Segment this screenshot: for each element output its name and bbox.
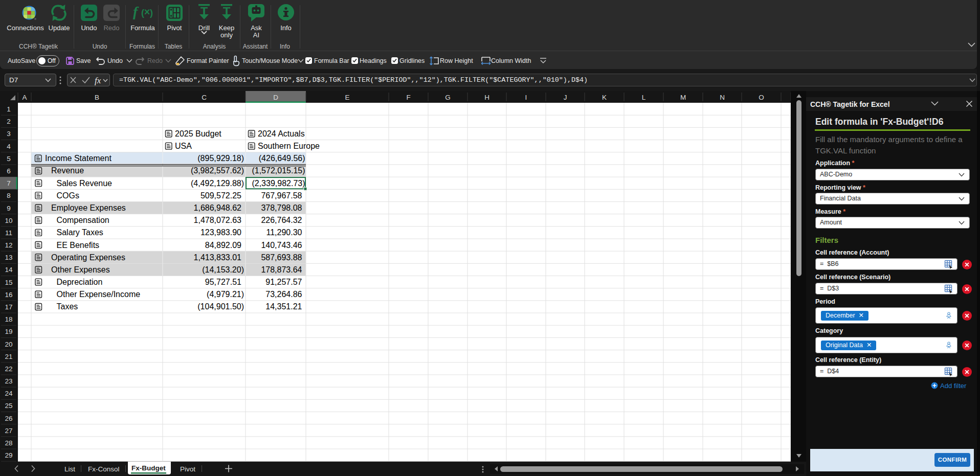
svg-text:(895,929.18): (895,929.18) <box>197 154 244 163</box>
svg-text:178,873.64: 178,873.64 <box>261 265 302 274</box>
svg-text:L: L <box>642 94 646 101</box>
svg-text:21: 21 <box>5 353 12 360</box>
svg-text:22: 22 <box>5 365 12 373</box>
svg-text:Pivot: Pivot <box>180 465 195 473</box>
svg-text:27: 27 <box>5 427 12 435</box>
svg-text:G: G <box>445 94 451 101</box>
svg-text:20: 20 <box>5 341 12 348</box>
svg-text:COGs: COGs <box>57 191 79 200</box>
svg-text:14,351.21: 14,351.21 <box>265 302 302 311</box>
svg-text:19: 19 <box>5 328 12 335</box>
svg-text:(2,339,982.73): (2,339,982.73) <box>252 179 305 188</box>
svg-text:12: 12 <box>5 241 12 249</box>
svg-text:(3,982,557.62): (3,982,557.62) <box>191 166 244 175</box>
svg-text:(426,649.56): (426,649.56) <box>259 154 305 163</box>
svg-text:Other Expense/Income: Other Expense/Income <box>57 290 141 299</box>
svg-text:1,478,072.63: 1,478,072.63 <box>194 216 242 224</box>
svg-text:Fx-Budget: Fx-Budget <box>131 464 166 472</box>
svg-text:767,967.58: 767,967.58 <box>261 191 302 200</box>
svg-text:5: 5 <box>7 155 11 163</box>
svg-text:84,892.09: 84,892.09 <box>205 241 241 250</box>
svg-text:Sales Revenue: Sales Revenue <box>57 179 113 188</box>
svg-text:M: M <box>680 94 686 101</box>
svg-text:Taxes: Taxes <box>57 302 78 311</box>
svg-text:E: E <box>345 94 349 101</box>
svg-text:): ) <box>150 8 153 18</box>
svg-text:(: ( <box>141 8 144 18</box>
svg-text:K: K <box>602 94 607 101</box>
svg-text:F: F <box>406 94 410 101</box>
svg-text:8: 8 <box>7 192 11 199</box>
svg-text:2025 Budget: 2025 Budget <box>175 129 221 138</box>
svg-text:Southern Europe: Southern Europe <box>258 142 320 150</box>
svg-text:123,983.90: 123,983.90 <box>201 228 241 237</box>
svg-text:2024 Actuals: 2024 Actuals <box>258 129 305 138</box>
svg-text:A: A <box>22 94 27 101</box>
svg-text:7: 7 <box>7 179 11 187</box>
svg-text:2: 2 <box>7 118 11 125</box>
svg-text:C: C <box>202 94 207 101</box>
svg-text:(104,901.50): (104,901.50) <box>197 302 244 311</box>
svg-text:I: I <box>525 94 527 101</box>
svg-text:17: 17 <box>5 303 12 311</box>
svg-text:226,764.32: 226,764.32 <box>261 216 302 224</box>
svg-text:25: 25 <box>5 402 12 410</box>
svg-text:1,413,833.01: 1,413,833.01 <box>194 253 242 262</box>
svg-text:fx: fx <box>95 76 101 85</box>
svg-text:140,743.46: 140,743.46 <box>261 241 302 250</box>
svg-text:29: 29 <box>5 451 12 459</box>
svg-text:11: 11 <box>5 229 12 237</box>
svg-text:6: 6 <box>7 167 11 175</box>
svg-text:(4,492,129.88): (4,492,129.88) <box>191 179 244 188</box>
svg-text:378,798.08: 378,798.08 <box>261 203 302 212</box>
svg-text:Employee Expenses: Employee Expenses <box>51 203 126 212</box>
svg-text:11,290.30: 11,290.30 <box>266 228 302 237</box>
svg-text:USA: USA <box>175 142 192 150</box>
svg-text:O: O <box>759 94 764 101</box>
svg-text:EE Benefits: EE Benefits <box>57 241 100 250</box>
svg-text:(14,153.20): (14,153.20) <box>202 265 244 274</box>
svg-text:Operating Expenses: Operating Expenses <box>51 253 125 262</box>
svg-text:26: 26 <box>5 415 12 422</box>
svg-text:73,264.86: 73,264.86 <box>265 290 302 299</box>
svg-text:23: 23 <box>5 377 12 385</box>
svg-text:16: 16 <box>5 291 12 299</box>
svg-text:J: J <box>564 94 567 101</box>
svg-text:List: List <box>64 465 75 473</box>
svg-text:13: 13 <box>5 254 12 261</box>
svg-text:15: 15 <box>5 279 12 286</box>
svg-text:Revenue: Revenue <box>51 166 84 175</box>
svg-text:24: 24 <box>5 390 13 397</box>
svg-text:B: B <box>95 94 99 101</box>
svg-text:509,572.25: 509,572.25 <box>201 191 241 200</box>
svg-text:f: f <box>133 4 139 19</box>
svg-text:Fx-Consol: Fx-Consol <box>88 465 120 473</box>
svg-text:95,727.51: 95,727.51 <box>205 278 241 286</box>
svg-text:1,686,948.62: 1,686,948.62 <box>194 203 242 212</box>
svg-text:H: H <box>484 94 489 101</box>
svg-text:D: D <box>273 94 278 101</box>
svg-text:Other Expenses: Other Expenses <box>51 265 110 274</box>
svg-text:14: 14 <box>5 266 13 274</box>
svg-text:Depreciation: Depreciation <box>57 278 103 286</box>
svg-text:9: 9 <box>7 205 11 212</box>
svg-text:(4,979.21): (4,979.21) <box>207 290 244 299</box>
svg-text:4: 4 <box>7 143 11 150</box>
svg-text:N: N <box>720 94 725 101</box>
svg-text:91,257.57: 91,257.57 <box>265 278 302 286</box>
svg-text:Compensation: Compensation <box>57 216 109 224</box>
svg-text:10: 10 <box>5 217 12 224</box>
svg-text:Salary Taxes: Salary Taxes <box>57 228 103 237</box>
svg-text:Income Statement: Income Statement <box>45 154 112 163</box>
svg-text:18: 18 <box>5 315 12 323</box>
svg-text:1: 1 <box>7 105 11 113</box>
svg-text:28: 28 <box>5 439 12 447</box>
svg-text:(1,572,015.15): (1,572,015.15) <box>252 166 305 175</box>
svg-text:587,693.88: 587,693.88 <box>261 253 302 262</box>
svg-text:3: 3 <box>7 130 11 138</box>
